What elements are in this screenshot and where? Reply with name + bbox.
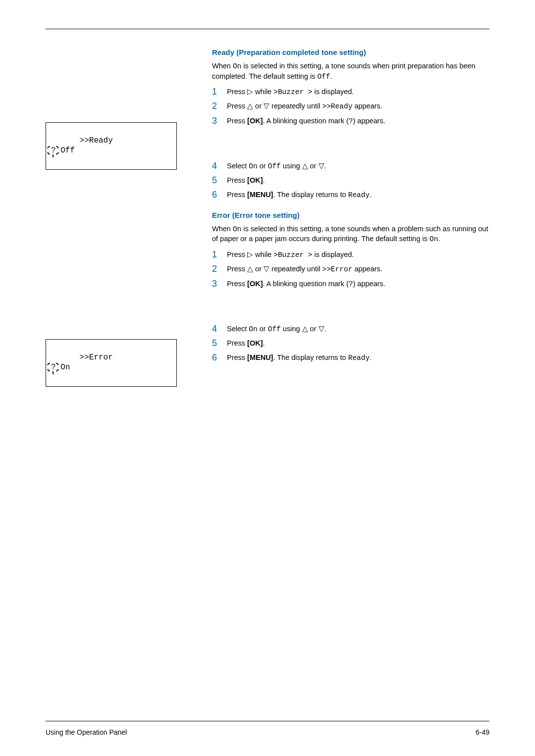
triangle-down-icon: ▽ (264, 265, 269, 273)
page-footer: Using the Operation Panel 6-49 (46, 721, 489, 736)
top-rule (46, 29, 489, 29)
step-2: Press △ or ▽ repeatedly until >>Ready ap… (212, 101, 489, 111)
steps-ready-1-3: Press ▷ while >Buzzer > is displayed. Pr… (212, 87, 489, 126)
triangle-up-icon: △ (302, 325, 308, 333)
display-error-box: >>Error ? On (46, 339, 177, 387)
step-3: Press [OK]. A blinking question mark (?)… (212, 279, 489, 289)
step-6: Press [MENU]. The display returns to Rea… (212, 353, 489, 363)
triangle-right-icon: ▷ (247, 88, 253, 96)
triangle-up-icon: △ (247, 265, 253, 273)
display-error-line2: On (60, 363, 70, 372)
step-1: Press ▷ while >Buzzer > is displayed. (212, 87, 489, 97)
step-3: Press [OK]. A blinking question mark (?)… (212, 116, 489, 126)
triangle-down-icon: ▽ (319, 325, 324, 333)
triangle-up-icon: △ (247, 102, 253, 110)
triangle-down-icon: ▽ (319, 162, 324, 170)
step-4: Select On or Off using △ or ▽. (212, 161, 489, 171)
step-6: Press [MENU]. The display returns to Rea… (212, 190, 489, 200)
steps-error-4-6: Select On or Off using △ or ▽. Press [OK… (212, 324, 489, 363)
blink-cursor: ? (51, 146, 60, 155)
step-5: Press [OK]. (212, 175, 489, 185)
bottom-rule (46, 721, 489, 721)
section-title-error: Error (Error tone setting) (212, 211, 489, 219)
display-error-line1: >>Error (80, 353, 113, 362)
triangle-up-icon: △ (302, 162, 308, 170)
triangle-down-icon: ▽ (264, 102, 269, 110)
display-ready-box: >>Ready ? Off (46, 122, 177, 170)
triangle-right-icon: ▷ (247, 251, 253, 258)
blink-cursor: ? (51, 362, 60, 372)
intro-error: When On is selected in this setting, a t… (212, 224, 489, 245)
display-ready-line1: >>Ready (80, 136, 113, 145)
step-5: Press [OK]. (212, 338, 489, 348)
step-2: Press △ or ▽ repeatedly until >>Error ap… (212, 264, 489, 274)
step-1: Press ▷ while >Buzzer > is displayed. (212, 250, 489, 260)
intro-ready: When On is selected in this setting, a t… (212, 61, 489, 82)
display-ready-line2: Off (60, 146, 75, 155)
section-title-ready: Ready (Preparation completed tone settin… (212, 48, 489, 56)
step-4: Select On or Off using △ or ▽. (212, 324, 489, 334)
steps-ready-4-6: Select On or Off using △ or ▽. Press [OK… (212, 161, 489, 200)
steps-error-1-3: Press ▷ while >Buzzer > is displayed. Pr… (212, 250, 489, 289)
footer-title: Using the Operation Panel (46, 728, 127, 736)
page-number: 6-49 (476, 728, 489, 736)
